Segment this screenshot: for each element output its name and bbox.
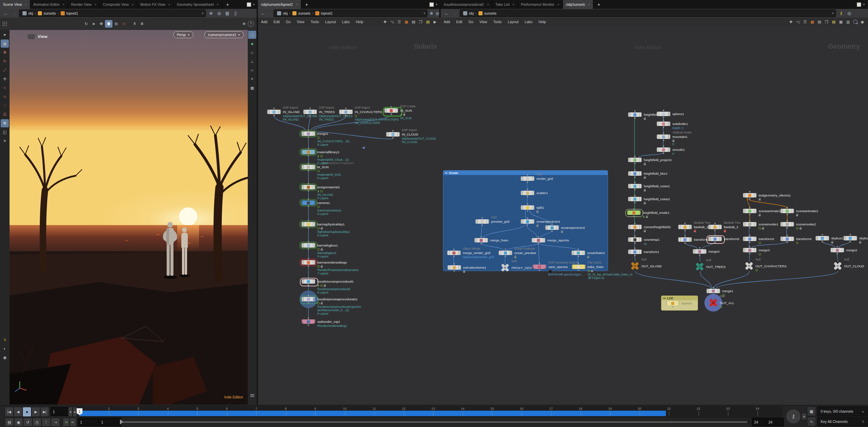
range-subend-field[interactable]: 24 [766, 418, 784, 426]
gear-icon[interactable]: ✳ [240, 20, 248, 28]
windows-icon[interactable]: ❐ [418, 19, 424, 25]
persp-selector[interactable]: Persp▼ [173, 31, 193, 38]
note-icon[interactable]: ▤ [425, 19, 431, 25]
wire-ghost-icon[interactable]: ◇ [248, 48, 256, 57]
help-icon[interactable]: ? [248, 21, 254, 27]
tab-performance-monitor[interactable]: Performance Monitor✕ [518, 0, 563, 9]
menu-add[interactable]: Add [258, 20, 271, 24]
target-icon[interactable]: ◎ [216, 10, 222, 16]
palette-icon[interactable]: ▦ [403, 19, 409, 25]
play-button[interactable]: ▶ [31, 407, 40, 417]
stop-button[interactable]: ■ [22, 407, 31, 417]
menu-tools[interactable]: Tools [490, 20, 505, 24]
timeline-ruler[interactable]: 234567891011121314151617181920212223241 [78, 406, 782, 418]
lighting-hq-icon[interactable]: ☀ [248, 75, 256, 83]
menu-help[interactable]: Help [353, 20, 366, 24]
tumble-icon[interactable]: ↻ [82, 20, 90, 28]
view-camera-icon[interactable]: ⚈ [1, 119, 9, 127]
menu-labs[interactable]: Labs [521, 20, 535, 24]
persp-panel-icon[interactable]: ❏ [248, 31, 256, 39]
translate-icon[interactable]: ✥ [1, 48, 9, 57]
backface-icon[interactable]: ▱ [248, 66, 256, 74]
select-cursor-icon[interactable]: ➤ [90, 20, 97, 28]
close-icon[interactable]: ✕ [295, 3, 298, 6]
snap-magnet-icon[interactable]: Ω [1, 110, 9, 118]
network-editor-geometry[interactable]: Indie EditionGeometryOceanLOPGridrender_… [441, 26, 868, 405]
close-icon[interactable]: ✕ [512, 3, 515, 6]
pane-controls[interactable]: ▼ [244, 0, 258, 9]
panel-icon[interactable]: ▯ [232, 10, 239, 16]
close-icon[interactable]: ✕ [557, 3, 560, 6]
follow-icon[interactable]: ⇢ [51, 418, 60, 427]
palette-icon[interactable]: ▦ [809, 19, 815, 25]
key-icon[interactable]: ⚷ [838, 10, 844, 16]
key-all-channels-select[interactable]: Key All Channels⇅ [817, 417, 868, 426]
tab-composite-view[interactable]: Composite View✕ [100, 0, 137, 9]
menu-view[interactable]: View [294, 20, 308, 24]
network-editor-solaris[interactable]: Indie EditionSolarisEdit Material Proper… [258, 26, 441, 405]
tree-icon[interactable]: ⌥ [795, 19, 801, 25]
target-icon[interactable]: ◎ [436, 10, 439, 16]
path-dropdown-icon[interactable]: ▼ [832, 12, 834, 15]
wrench-icon[interactable]: ✚ [788, 19, 794, 25]
pane-controls[interactable]: ▼ [427, 0, 441, 9]
pane-menu-icon[interactable]: ▼ [253, 3, 255, 6]
mirror-icon[interactable]: ◐ [1, 345, 9, 353]
new-tab-button[interactable]: + [301, 0, 312, 9]
normals-icon[interactable]: ⊥ [248, 57, 256, 65]
secure-lock-icon[interactable]: ▣ [1, 39, 9, 48]
path-dropdown-icon[interactable]: ▼ [201, 12, 204, 15]
settings-jar-icon[interactable]: ❄ [138, 20, 146, 28]
tab-motion-fx-view[interactable]: Motion FX View✕ [137, 0, 174, 9]
frame-forward-button[interactable]: |▸ [73, 407, 77, 417]
tab--obj-sunsets-lopnet1[interactable]: /obj/sunsets/lopnet1✕ [258, 0, 301, 9]
audio-icon[interactable]: ◉ [14, 418, 23, 427]
tree-icon[interactable]: ⌥ [389, 19, 395, 25]
pane-menu-icon[interactable]: ▼ [863, 3, 865, 6]
close-icon[interactable]: ✕ [588, 3, 590, 6]
scale-icon[interactable]: ⤢ [1, 66, 9, 74]
flipbook-icon[interactable]: ▤ [5, 418, 14, 427]
grid-icon[interactable]: ▤ [817, 19, 822, 25]
breadcrumb-obj[interactable]: obj [276, 11, 289, 15]
snap-point-icon[interactable]: ∵ [1, 101, 9, 110]
collapse-icon[interactable] [445, 173, 447, 173]
breadcrumb-sunsets[interactable]: sunsets [37, 11, 57, 15]
close-icon[interactable]: ✕ [216, 3, 219, 6]
view-pan-icon[interactable]: ✥ [97, 20, 105, 28]
range-slider-left-handle[interactable] [120, 419, 123, 425]
grid-icon[interactable]: ▤ [411, 19, 416, 25]
menu-edit[interactable]: Edit [453, 20, 466, 24]
set-key-button[interactable]: ⚷ [786, 409, 801, 424]
current-frame-field[interactable]: 1 [50, 407, 71, 416]
list-icon[interactable]: ☰ [802, 19, 808, 25]
pane-controls[interactable]: ▼ [854, 0, 868, 9]
new-tab-button[interactable]: + [593, 0, 604, 9]
target-icon[interactable]: ◎ [846, 10, 852, 16]
menu-go[interactable]: Go [283, 20, 294, 24]
menu-edit[interactable]: Edit [271, 20, 283, 24]
viewport-3d[interactable]: View Persp▼ /cameras/camera1▼ Indie Edit… [10, 30, 248, 405]
realtime-icon[interactable]: ◷ [32, 418, 42, 427]
camera-selector[interactable]: /cameras/camera1▼ [204, 31, 244, 38]
range-slider-right-handle[interactable] [747, 419, 750, 425]
visualizer-icon[interactable]: ≡ [1, 336, 9, 344]
no-entry-icon[interactable]: ⊘ [120, 20, 127, 28]
close-icon[interactable]: ✕ [132, 3, 134, 6]
snap-multi-icon[interactable]: ∿ [1, 93, 9, 101]
cube-icon[interactable]: ▧ [224, 10, 230, 16]
show-characters-icon[interactable]: ⚉ [105, 20, 112, 28]
pane-maximize-icon[interactable] [429, 2, 434, 7]
menu-layout[interactable]: Layout [322, 20, 339, 24]
note-icon[interactable]: ▤ [831, 19, 837, 25]
box-icon[interactable]: ▥ [845, 19, 851, 25]
scoped-channels-icon[interactable]: ▩ [807, 407, 816, 416]
render-region-icon[interactable]: ◱ [1, 128, 9, 136]
network-path-field[interactable]: obj›sunsets›lopnet1▼ [19, 10, 206, 17]
tab-geometry-spreadsheet[interactable]: Geometry Spreadsheet✕ [174, 0, 222, 9]
breadcrumb-lopnet1[interactable]: lopnet1 [60, 11, 79, 15]
tab-take-list[interactable]: Take List✕ [492, 0, 518, 9]
menu-go[interactable]: Go [466, 20, 476, 24]
menu-layout[interactable]: Layout [505, 20, 522, 24]
network-path-field[interactable]: obj›sunsets▼ [460, 10, 836, 17]
